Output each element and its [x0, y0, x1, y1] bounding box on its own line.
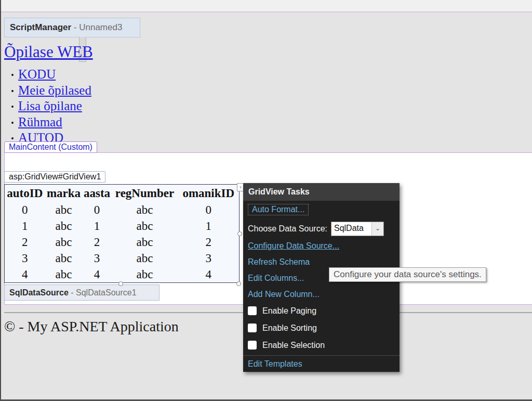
tasks-panel-body: Auto Format... Choose Data Source: SqlDa… — [243, 201, 400, 372]
nav-item-kodu: KODU — [11, 67, 91, 83]
refresh-schema-link[interactable]: Refresh Schema — [248, 257, 310, 266]
gridview-cell: 3 — [83, 250, 112, 266]
data-source-select[interactable]: SqlData ⌄ — [331, 222, 384, 236]
gridview-cell: 4 — [178, 266, 240, 283]
gridview-cell: 4 — [83, 266, 112, 283]
gridview-designer-label[interactable]: asp:GridView#GridView1 — [4, 171, 105, 183]
gridview-cell: 3 — [5, 250, 45, 266]
gridview-header-cell: autoID — [5, 185, 45, 202]
enable-selection-label: Enable Selection — [262, 341, 325, 350]
gridview-cell: abc — [112, 202, 178, 218]
footer-copyright: © - My ASP.NET Application — [4, 318, 179, 335]
edit-templates-link[interactable]: Edit Templates — [248, 359, 302, 368]
configure-data-source-link[interactable]: Configure Data Source... — [248, 241, 339, 250]
gridview-cell: abc — [45, 266, 83, 283]
site-nav: KODU Meie õpilased Lisa õpilane Rühmad A… — [11, 67, 91, 146]
chevron-left-icon: ‹ — [240, 184, 241, 190]
gridview-cell: abc — [45, 218, 83, 234]
data-source-selected-value: SqlData — [331, 222, 371, 236]
gridview-header-cell: omanikID — [178, 185, 240, 202]
gridview-cell: 2 — [83, 234, 112, 250]
tasks-panel-title: GridView Tasks — [243, 183, 400, 201]
nav-link-kodu[interactable]: KODU — [18, 67, 56, 81]
gridview-cell: abc — [112, 266, 178, 283]
gridview-cell: abc — [112, 234, 178, 250]
enable-selection-option[interactable]: Enable Selection — [248, 337, 395, 354]
gridview-cell: 1 — [83, 218, 112, 234]
enable-paging-label: Enable Paging — [262, 306, 316, 316]
gridview-cell: 0 — [83, 202, 112, 218]
gridview-row: 4 abc 4 abc 4 — [5, 266, 240, 283]
sqldatasource-glyph[interactable]: SqlDataSource - SqlDataSource1 — [4, 284, 159, 301]
gridview-cell: 0 — [5, 202, 45, 218]
gridview-cell: abc — [45, 250, 83, 266]
edit-templates-row: Edit Templates — [248, 356, 395, 372]
choose-data-source-row: Choose Data Source: SqlData ⌄ — [248, 219, 395, 238]
enable-sorting-checkbox[interactable] — [248, 324, 257, 332]
gridview-cell: 1 — [178, 218, 240, 234]
enable-paging-checkbox[interactable] — [248, 306, 257, 315]
configure-data-source-row: Configure Data Source... — [248, 238, 395, 254]
selection-handle-bottom-center[interactable] — [118, 281, 123, 286]
gridview-table[interactable]: autoID marka aasta regNumber omanikID 0 … — [4, 184, 240, 283]
gridview-header-cell: marka — [45, 185, 83, 202]
scriptmanager-glyph[interactable]: ScriptManager - Unnamed3 — [4, 18, 140, 37]
nav-link-lisa-opilane[interactable]: Lisa õpilane — [18, 99, 82, 113]
add-new-column-link[interactable]: Add New Column... — [248, 290, 320, 299]
gridview-cell: abc — [112, 250, 178, 266]
site-title-link[interactable]: Õpilase WEB — [4, 43, 93, 61]
gridview-cell: 2 — [178, 234, 240, 250]
nav-link-ruhmad[interactable]: Rühmad — [18, 115, 62, 129]
maincontent-placeholder-label[interactable]: MainContent (Custom) — [4, 141, 97, 153]
gridview-cell: abc — [45, 234, 83, 250]
choose-data-source-label: Choose Data Source: — [248, 224, 327, 234]
enable-sorting-label: Enable Sorting — [262, 324, 317, 333]
gridview-row: 2 abc 2 abc 2 — [5, 234, 240, 250]
gridview-header-cell: aasta — [83, 185, 112, 202]
gridview-cell: abc — [112, 218, 178, 234]
gridview-cell: 2 — [5, 234, 45, 250]
auto-format-link[interactable]: Auto Format... — [248, 204, 309, 215]
design-surface-top-strip — [0, 0, 532, 12]
edit-columns-link[interactable]: Edit Columns... — [248, 274, 304, 282]
gridview-row: 1 abc 1 abc 1 — [5, 218, 240, 234]
scriptmanager-id-label: - Unnamed3 — [71, 22, 122, 32]
selection-handle-bottom-right[interactable] — [236, 281, 241, 286]
gridview-header-cell: regNumber — [112, 185, 178, 202]
scriptmanager-type-label: ScriptManager — [10, 22, 71, 32]
nav-item-meie-opilased: Meie õpilased — [11, 83, 91, 99]
gridview-cell: 3 — [178, 250, 240, 266]
nav-item-ruhmad: Rühmad — [11, 114, 91, 131]
gridview-cell: 0 — [178, 202, 240, 218]
tooltip: Configure your data source's settings. — [329, 267, 486, 282]
enable-sorting-option[interactable]: Enable Sorting — [248, 319, 395, 337]
gridview-row: 0 abc 0 abc 0 — [5, 202, 240, 218]
gridview-header-row: autoID marka aasta regNumber omanikID — [5, 185, 240, 202]
enable-paging-option[interactable]: Enable Paging — [248, 302, 395, 319]
window-left-edge — [0, 0, 1, 401]
add-new-column-row: Add New Column... — [248, 286, 395, 302]
gridview-cell: 1 — [5, 218, 45, 234]
gridview-row: 3 abc 3 abc 3 — [5, 250, 240, 266]
chevron-down-icon[interactable]: ⌄ — [371, 222, 383, 236]
nav-link-meie-opilased[interactable]: Meie õpilased — [18, 83, 91, 97]
autoformat-row: Auto Format... — [248, 203, 395, 219]
sqldatasource-id-label: - SqlDataSource1 — [69, 288, 137, 297]
enable-selection-checkbox[interactable] — [248, 341, 257, 350]
gridview-cell: 4 — [5, 266, 45, 283]
selection-handle-right-middle[interactable] — [237, 231, 242, 236]
nav-item-lisa-opilane: Lisa õpilane — [11, 98, 91, 114]
gridview-cell: abc — [45, 202, 83, 218]
sqldatasource-type-label: SqlDataSource — [9, 288, 69, 297]
